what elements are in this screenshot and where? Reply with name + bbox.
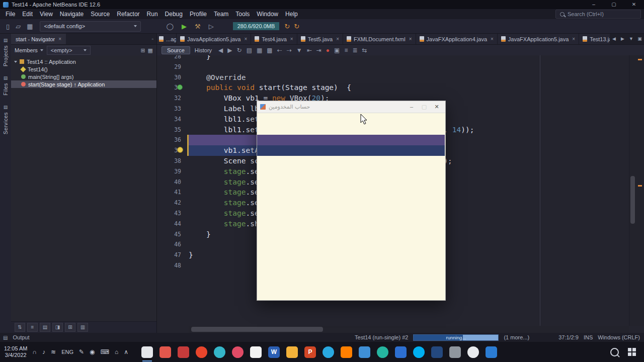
menu-item-team[interactable]: Team <box>210 10 232 19</box>
tab-javaapplication5-java[interactable]: JavaApplication5.java× <box>177 34 251 44</box>
override-gutter-icon[interactable] <box>177 84 183 90</box>
last-edit-icon[interactable]: ◀ <box>218 47 223 54</box>
vertical-scrollbar-thumb[interactable] <box>630 176 635 224</box>
next-occurrence-icon[interactable]: ▼ <box>296 47 302 54</box>
shift-left-icon[interactable]: ⇤ <box>307 47 312 54</box>
tab-javafxapplication4-java[interactable]: JavaFXApplication4.java× <box>416 34 498 44</box>
filter-fields-icon[interactable]: ▤ <box>40 323 50 332</box>
filter-static-icon[interactable]: ◨ <box>52 323 63 332</box>
tree-view-icon[interactable]: ⊞ <box>140 47 145 54</box>
next-bookmark-icon[interactable]: ⇠ <box>277 47 282 54</box>
table-view-icon[interactable]: ▦ <box>148 47 153 54</box>
horizontal-scrollbar-thumb[interactable] <box>191 327 323 332</box>
tab-list-icon[interactable]: ▼ <box>627 34 635 44</box>
find-selection-icon[interactable]: ▤ <box>247 47 252 54</box>
taskbar-search-icon[interactable] <box>610 348 619 356</box>
tab-close-icon[interactable]: × <box>336 36 339 42</box>
menu-item-window[interactable]: Window <box>253 10 282 19</box>
close-button[interactable]: ✕ <box>624 0 644 9</box>
taskbar-app-icon[interactable] <box>232 346 244 358</box>
menu-item-run[interactable]: Run <box>143 10 162 19</box>
open-project-icon[interactable]: ▱ <box>14 22 23 31</box>
menu-item-refactor[interactable]: Refactor <box>113 10 143 19</box>
taskbar-app-icon[interactable] <box>250 346 262 358</box>
tab-javafxapplication5-java[interactable]: JavaFXApplication5.java× <box>498 34 579 44</box>
tab--age[interactable]: ...age <box>157 34 177 44</box>
forward-icon[interactable]: ↻ <box>237 47 242 54</box>
save-all-icon[interactable]: ▦ <box>25 22 35 31</box>
config-select[interactable]: <default config> <box>40 21 141 32</box>
headset-icon[interactable]: ∩ <box>32 348 37 355</box>
scroll-tabs-left-icon[interactable]: ◀ <box>610 34 618 44</box>
network-icon[interactable]: ≋ <box>51 348 56 355</box>
menu-item-profile[interactable]: Profile <box>186 10 210 19</box>
menu-item-view[interactable]: View <box>36 10 56 19</box>
taskbar-app-icon[interactable]: W <box>268 346 280 358</box>
quick-search[interactable]: Search (Ctrl+I) <box>555 10 641 19</box>
taskbar-app-icon[interactable] <box>395 346 407 358</box>
mic-icon[interactable]: ◉ <box>90 348 95 355</box>
taskbar-app-icon[interactable] <box>286 346 298 358</box>
hint-bulb-icon[interactable] <box>177 147 183 153</box>
minimize-button[interactable]: – <box>406 101 417 113</box>
taskbar-app-icon[interactable] <box>159 346 171 358</box>
taskbar-app-icon[interactable] <box>377 346 388 358</box>
pen-icon[interactable]: ✎ <box>79 348 84 355</box>
record-macro-icon[interactable]: ● <box>326 47 330 54</box>
menu-item-debug[interactable]: Debug <box>162 10 186 19</box>
debug-project-icon[interactable]: ▷ <box>207 22 216 31</box>
error-stripe-mark[interactable] <box>638 59 642 60</box>
tab-test13-java[interactable]: Test13.java× <box>579 34 610 44</box>
expand-toggle-icon[interactable] <box>14 61 17 63</box>
navigator-item[interactable]: main(String[] args) <box>11 73 156 80</box>
taskbar-app-icon[interactable] <box>431 346 443 358</box>
shift-right-icon[interactable]: ⇥ <box>316 47 321 54</box>
tab-close-icon[interactable]: × <box>290 36 293 42</box>
tab-close-icon[interactable]: × <box>491 36 494 42</box>
new-file-icon[interactable]: ▯ <box>4 22 12 31</box>
tab-test5-java[interactable]: Test5.java× <box>297 34 343 44</box>
gc-icon[interactable]: ↻ <box>282 22 292 31</box>
tab-test4-java[interactable]: Test4.java× <box>251 34 297 44</box>
sort-source-icon[interactable]: ≡ <box>27 323 38 332</box>
run-project-icon[interactable]: ▶ <box>180 22 189 31</box>
close-button[interactable]: ✕ <box>431 101 442 113</box>
progress-bar[interactable]: running... <box>413 334 499 341</box>
dock-tab-projects[interactable]: ▤Projects <box>3 38 9 66</box>
minimize-button[interactable]: – <box>584 0 604 9</box>
taskbar-app-icon[interactable] <box>141 346 153 358</box>
menu-item-navigate[interactable]: Navigate <box>56 10 87 19</box>
horizontal-scrollbar[interactable] <box>189 326 629 333</box>
scroll-tabs-right-icon[interactable]: ▶ <box>618 34 627 44</box>
tab-close-icon[interactable]: × <box>409 36 412 42</box>
tab-fxmldocument-fxml[interactable]: FXMLDocument.fxml× <box>343 34 416 44</box>
taskbar-app-icon[interactable]: P <box>304 346 316 358</box>
maximize-button[interactable]: ▢ <box>604 0 624 9</box>
touch-keyboard-icon[interactable]: ⌨ <box>101 348 109 355</box>
taskbar-app-icon[interactable] <box>196 346 207 358</box>
comment-icon[interactable]: ≡ <box>344 47 348 54</box>
menu-item-file[interactable]: File <box>2 10 19 19</box>
navigator-tab[interactable]: start - Navigator × <box>11 34 66 44</box>
highlight-icon[interactable]: ▦ <box>257 47 262 54</box>
taskbar-app-icon[interactable] <box>467 346 479 358</box>
tab-close-icon[interactable]: × <box>244 36 247 42</box>
more-processes[interactable]: (1 more...) <box>504 334 529 340</box>
back-icon[interactable]: ▶ <box>227 47 232 54</box>
menu-item-edit[interactable]: Edit <box>19 10 36 19</box>
build-project-icon[interactable]: ⚒ <box>193 22 203 31</box>
taskbar-app-icon[interactable] <box>323 346 334 358</box>
taskbar-app-icon[interactable] <box>486 346 497 358</box>
navigator-item[interactable]: Test14 :: Application <box>11 58 156 65</box>
error-stripe-mark[interactable] <box>638 185 642 187</box>
taskbar-app-icon[interactable] <box>359 346 370 358</box>
tab-close-icon[interactable]: × <box>572 36 575 42</box>
close-icon[interactable]: × <box>58 36 61 42</box>
start-macro-icon[interactable]: ▣ <box>334 47 340 54</box>
maximize-button[interactable]: ▢ <box>419 101 430 113</box>
menu-item-tools[interactable]: Tools <box>232 10 253 19</box>
filter-inherited-icon[interactable]: ▥ <box>77 323 88 332</box>
dock-tab-services[interactable]: ▤Services <box>3 105 9 134</box>
previous-occurrence-icon[interactable]: ⇢ <box>287 47 292 54</box>
navigator-item[interactable]: start(Stage stage) ↑ Application <box>11 80 156 88</box>
